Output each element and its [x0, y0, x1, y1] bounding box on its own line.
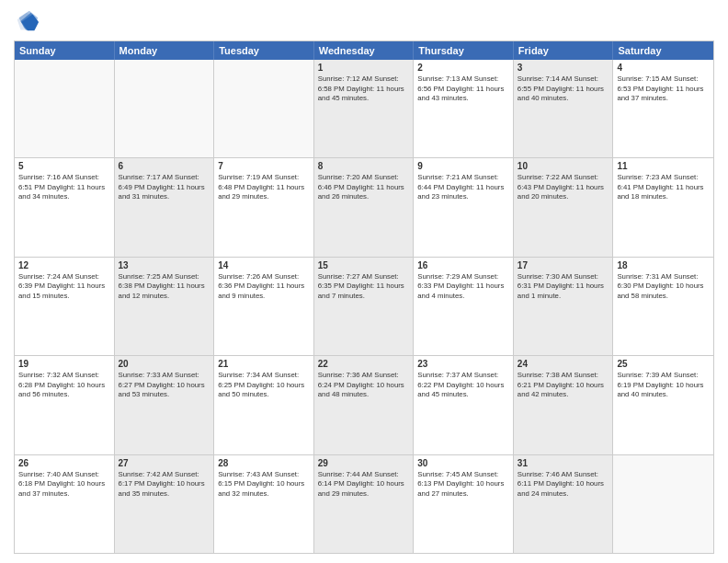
day-number: 10	[518, 161, 609, 171]
day-cell: 4Sunrise: 7:15 AM Sunset: 6:53 PM Daylig…	[613, 60, 713, 157]
day-info: Sunrise: 7:43 AM Sunset: 6:15 PM Dayligh…	[218, 470, 310, 500]
day-number: 22	[318, 359, 410, 369]
day-info: Sunrise: 7:42 AM Sunset: 6:17 PM Dayligh…	[119, 470, 210, 500]
day-number: 9	[417, 161, 509, 171]
week-row: 26Sunrise: 7:40 AM Sunset: 6:18 PM Dayli…	[15, 454, 713, 553]
day-info: Sunrise: 7:23 AM Sunset: 6:41 PM Dayligh…	[617, 173, 710, 202]
day-number: 27	[119, 458, 210, 468]
calendar: SundayMondayTuesdayWednesdayThursdayFrid…	[14, 40, 714, 554]
day-number: 15	[318, 260, 410, 270]
day-cell: 6Sunrise: 7:17 AM Sunset: 6:49 PM Daylig…	[115, 158, 215, 256]
day-number: 19	[18, 359, 110, 369]
day-info: Sunrise: 7:38 AM Sunset: 6:21 PM Dayligh…	[518, 371, 609, 400]
day-number: 28	[218, 458, 310, 468]
day-headers: SundayMondayTuesdayWednesdayThursdayFrid…	[15, 41, 713, 60]
weeks: 1Sunrise: 7:12 AM Sunset: 6:58 PM Daylig…	[15, 60, 713, 553]
day-header: Friday	[514, 41, 614, 60]
day-cell: 28Sunrise: 7:43 AM Sunset: 6:15 PM Dayli…	[214, 455, 314, 553]
day-info: Sunrise: 7:27 AM Sunset: 6:35 PM Dayligh…	[318, 272, 410, 302]
day-cell	[15, 60, 115, 157]
day-cell: 1Sunrise: 7:12 AM Sunset: 6:58 PM Daylig…	[314, 60, 415, 157]
day-info: Sunrise: 7:22 AM Sunset: 6:43 PM Dayligh…	[518, 173, 609, 202]
day-number: 4	[617, 63, 710, 73]
day-info: Sunrise: 7:15 AM Sunset: 6:53 PM Dayligh…	[617, 75, 710, 104]
day-number: 29	[318, 458, 410, 468]
day-header: Tuesday	[214, 41, 314, 60]
day-number: 24	[518, 359, 609, 369]
day-header: Wednesday	[314, 41, 415, 60]
day-number: 6	[119, 161, 210, 171]
day-cell: 23Sunrise: 7:37 AM Sunset: 6:22 PM Dayli…	[414, 356, 514, 454]
day-number: 5	[18, 161, 110, 171]
day-header: Monday	[115, 41, 215, 60]
day-info: Sunrise: 7:19 AM Sunset: 6:48 PM Dayligh…	[218, 173, 310, 202]
day-header: Thursday	[414, 41, 514, 60]
day-header: Saturday	[613, 41, 713, 60]
day-cell: 31Sunrise: 7:46 AM Sunset: 6:11 PM Dayli…	[514, 455, 614, 553]
day-cell: 17Sunrise: 7:30 AM Sunset: 6:31 PM Dayli…	[514, 258, 614, 355]
day-cell	[115, 60, 215, 157]
day-info: Sunrise: 7:30 AM Sunset: 6:31 PM Dayligh…	[518, 272, 609, 302]
day-cell: 10Sunrise: 7:22 AM Sunset: 6:43 PM Dayli…	[514, 158, 614, 256]
week-row: 1Sunrise: 7:12 AM Sunset: 6:58 PM Daylig…	[15, 60, 713, 157]
day-cell: 12Sunrise: 7:24 AM Sunset: 6:39 PM Dayli…	[15, 258, 115, 355]
day-info: Sunrise: 7:44 AM Sunset: 6:14 PM Dayligh…	[318, 470, 410, 500]
day-info: Sunrise: 7:33 AM Sunset: 6:27 PM Dayligh…	[119, 371, 210, 400]
day-number: 25	[617, 359, 710, 369]
header	[14, 9, 714, 35]
day-info: Sunrise: 7:39 AM Sunset: 6:19 PM Dayligh…	[617, 371, 710, 400]
day-cell	[214, 60, 314, 157]
day-info: Sunrise: 7:12 AM Sunset: 6:58 PM Dayligh…	[318, 75, 410, 104]
day-info: Sunrise: 7:20 AM Sunset: 6:46 PM Dayligh…	[318, 173, 410, 202]
day-number: 8	[318, 161, 410, 171]
day-cell: 11Sunrise: 7:23 AM Sunset: 6:41 PM Dayli…	[613, 158, 713, 256]
day-cell: 27Sunrise: 7:42 AM Sunset: 6:17 PM Dayli…	[115, 455, 215, 553]
day-number: 18	[617, 260, 710, 270]
day-number: 30	[417, 458, 509, 468]
day-cell: 20Sunrise: 7:33 AM Sunset: 6:27 PM Dayli…	[115, 356, 215, 454]
day-cell: 16Sunrise: 7:29 AM Sunset: 6:33 PM Dayli…	[414, 258, 514, 355]
day-number: 20	[119, 359, 210, 369]
logo	[14, 9, 41, 35]
day-number: 17	[518, 260, 609, 270]
day-cell	[613, 455, 713, 553]
day-number: 7	[218, 161, 310, 171]
day-number: 2	[417, 63, 509, 73]
day-number: 26	[18, 458, 110, 468]
day-header: Sunday	[15, 41, 115, 60]
day-number: 16	[417, 260, 509, 270]
day-info: Sunrise: 7:36 AM Sunset: 6:24 PM Dayligh…	[318, 371, 410, 400]
day-cell: 29Sunrise: 7:44 AM Sunset: 6:14 PM Dayli…	[314, 455, 415, 553]
day-number: 23	[417, 359, 509, 369]
day-info: Sunrise: 7:45 AM Sunset: 6:13 PM Dayligh…	[417, 470, 509, 500]
day-number: 11	[617, 161, 710, 171]
day-info: Sunrise: 7:32 AM Sunset: 6:28 PM Dayligh…	[18, 371, 110, 400]
day-cell: 19Sunrise: 7:32 AM Sunset: 6:28 PM Dayli…	[15, 356, 115, 454]
day-info: Sunrise: 7:26 AM Sunset: 6:36 PM Dayligh…	[218, 272, 310, 302]
day-info: Sunrise: 7:29 AM Sunset: 6:33 PM Dayligh…	[417, 272, 509, 302]
day-info: Sunrise: 7:37 AM Sunset: 6:22 PM Dayligh…	[417, 371, 509, 400]
day-info: Sunrise: 7:31 AM Sunset: 6:30 PM Dayligh…	[617, 272, 710, 302]
day-cell: 25Sunrise: 7:39 AM Sunset: 6:19 PM Dayli…	[613, 356, 713, 454]
day-info: Sunrise: 7:34 AM Sunset: 6:25 PM Dayligh…	[218, 371, 310, 400]
day-cell: 7Sunrise: 7:19 AM Sunset: 6:48 PM Daylig…	[214, 158, 314, 256]
day-cell: 26Sunrise: 7:40 AM Sunset: 6:18 PM Dayli…	[15, 455, 115, 553]
day-cell: 8Sunrise: 7:20 AM Sunset: 6:46 PM Daylig…	[314, 158, 415, 256]
day-cell: 9Sunrise: 7:21 AM Sunset: 6:44 PM Daylig…	[414, 158, 514, 256]
day-info: Sunrise: 7:21 AM Sunset: 6:44 PM Dayligh…	[417, 173, 509, 202]
week-row: 12Sunrise: 7:24 AM Sunset: 6:39 PM Dayli…	[15, 257, 713, 355]
page: SundayMondayTuesdayWednesdayThursdayFrid…	[0, 0, 728, 563]
day-cell: 2Sunrise: 7:13 AM Sunset: 6:56 PM Daylig…	[414, 60, 514, 157]
day-info: Sunrise: 7:40 AM Sunset: 6:18 PM Dayligh…	[18, 470, 110, 500]
day-info: Sunrise: 7:24 AM Sunset: 6:39 PM Dayligh…	[18, 272, 110, 302]
day-cell: 24Sunrise: 7:38 AM Sunset: 6:21 PM Dayli…	[514, 356, 614, 454]
day-info: Sunrise: 7:25 AM Sunset: 6:38 PM Dayligh…	[119, 272, 210, 302]
day-cell: 14Sunrise: 7:26 AM Sunset: 6:36 PM Dayli…	[214, 258, 314, 355]
day-cell: 3Sunrise: 7:14 AM Sunset: 6:55 PM Daylig…	[514, 60, 614, 157]
day-number: 21	[218, 359, 310, 369]
day-number: 31	[518, 458, 609, 468]
day-number: 13	[119, 260, 210, 270]
day-number: 14	[218, 260, 310, 270]
day-cell: 18Sunrise: 7:31 AM Sunset: 6:30 PM Dayli…	[613, 258, 713, 355]
logo-icon	[14, 9, 40, 35]
